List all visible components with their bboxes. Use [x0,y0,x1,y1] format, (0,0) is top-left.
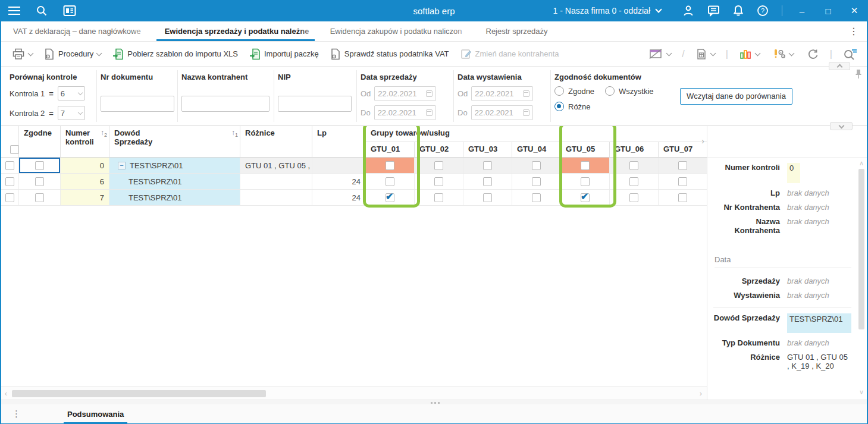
dowod-sprzedazy-cell[interactable]: TEST\SPRZ\01 [109,174,240,189]
gtu-checkbox[interactable] [581,177,590,186]
tab-ewidencja-sprzedazy[interactable]: Ewidencja sprzedaży i podatku należne [153,21,318,41]
pin-icon[interactable] [855,69,862,79]
data-wystawienia-do-input[interactable]: 22.02.2021 [471,105,533,120]
procedury-button[interactable]: Procedury [40,46,105,62]
row-select-cell[interactable] [1,158,19,173]
row-select-checkbox[interactable] [5,161,14,170]
header-zgodne[interactable]: Zgodne [19,126,61,157]
zgodne-checkbox[interactable] [35,161,44,170]
tabs-overflow-menu-icon[interactable]: ⋮ [849,21,867,41]
table-row[interactable]: 6 TEST\SPRZ\01 24 [1,174,707,190]
header-gtu-01[interactable]: GTU_01 [366,142,415,157]
zgodne-cell[interactable] [19,190,61,205]
header-gtu-07[interactable]: GTU_07 [659,142,707,157]
search-filter-button[interactable] [839,46,861,62]
print-button[interactable] [8,46,36,62]
tab-rejestr-sprzedazy[interactable]: Rejestr sprzedaży [474,21,560,41]
kontrola2-select[interactable]: 7 [58,106,85,120]
select-all-checkbox[interactable] [10,145,19,154]
gtu-05-cell[interactable] [561,190,610,205]
gtu-04-cell[interactable] [512,158,561,173]
tab-ewidencja-zakupow[interactable]: Ewidencja zakupów i podatku naliczon [318,21,474,41]
notifications-bell-icon[interactable] [733,5,744,17]
gtu-01-cell[interactable] [366,190,415,205]
gtu-06-cell[interactable] [610,158,659,173]
dowod-sprzedazy-cell[interactable]: − TEST\SPRZ\01 [109,158,240,173]
horizontal-scrollbar[interactable]: ‹ › [1,387,707,400]
gtu-06-cell[interactable] [610,174,659,189]
select-all-cell[interactable] [1,126,19,157]
user-icon[interactable] [682,5,694,17]
gtu-04-cell[interactable] [512,190,561,205]
header-gtu-03[interactable]: GTU_03 [463,142,512,157]
vertical-scrollbar[interactable]: ∧ ∨ [857,159,866,396]
search-icon[interactable] [36,5,48,17]
gtu-checkbox[interactable] [434,193,443,202]
numer-kontroli-cell[interactable]: 6 [61,174,109,189]
refresh-button[interactable] [803,46,823,62]
row-select-checkbox[interactable] [5,177,14,186]
header-gtu-02[interactable]: GTU_02 [415,142,463,157]
chat-icon[interactable] [707,5,720,17]
lp-cell[interactable]: 24 [312,190,366,205]
gtu-checkbox[interactable] [678,161,687,170]
gtu-03-cell[interactable] [463,158,512,173]
header-gtu-06[interactable]: GTU_06 [610,142,659,157]
send-email-button[interactable] [645,46,675,62]
roznice-cell[interactable]: GTU 01 , GTU 05 , K_19 , K_20 [240,158,312,173]
maximize-button[interactable]: □ [822,6,835,16]
gtu-01-cell[interactable] [366,174,415,189]
gtu-03-cell[interactable] [463,174,512,189]
roznice-cell[interactable] [240,174,312,189]
gtu-02-cell[interactable] [415,158,463,173]
gtu-checkbox[interactable] [434,161,443,170]
scrollbar-thumb[interactable] [12,390,266,397]
gtu-checkbox[interactable] [483,161,492,170]
gtu-02-cell[interactable] [415,174,463,189]
header-roznice[interactable]: Różnice [240,126,312,157]
gtu-checkbox[interactable] [629,193,638,202]
table-row[interactable]: 7 TEST\SPRZ\01 24 [1,190,707,206]
gtu-checkbox[interactable] [532,161,541,170]
row-select-checkbox[interactable] [5,193,14,202]
kontrola1-select[interactable]: 6 [58,86,85,100]
header-dowod-sprzedazy[interactable]: DowódSprzedaży ↑1 [109,126,240,157]
news-icon[interactable] [63,5,76,17]
data-sprzedazy-od-input[interactable]: 22.02.2021 [374,86,436,101]
gtu-07-cell[interactable] [659,174,707,189]
zgodne-checkbox[interactable] [35,193,44,202]
gtu-checkbox[interactable] [678,193,687,202]
gtu-checkbox[interactable] [434,177,443,186]
row-select-cell[interactable] [1,190,19,205]
scrollbar-thumb[interactable] [858,169,864,329]
radio-wszystkie[interactable]: Wszystkie [605,86,654,96]
dowod-sprzedazy-cell[interactable]: TEST\SPRZ\01 [109,190,240,205]
gtu-05-cell[interactable] [561,158,610,173]
gtu-checkbox[interactable] [581,161,590,170]
gtu-checkbox[interactable] [581,193,590,202]
load-comparison-button[interactable]: Wczytaj dane do porównania [680,88,792,105]
tab-vat-z-deklaracja[interactable]: VAT z deklaracją – dane nagłówkowe [1,21,153,41]
gtu-01-cell[interactable] [366,158,415,173]
gtu-checkbox[interactable] [629,161,638,170]
gtu-03-cell[interactable] [463,190,512,205]
tab-podsumowania[interactable]: Podsumowania [66,405,125,423]
gtu-02-cell[interactable] [415,190,463,205]
lp-cell[interactable]: 24 [312,174,366,189]
data-sprzedazy-do-input[interactable]: 22.02.2021 [374,105,436,120]
radio-rozne[interactable]: Różne [554,102,662,111]
roznice-cell[interactable] [240,190,312,205]
collapse-row-icon[interactable]: − [118,162,126,169]
numer-kontroli-cell[interactable]: 0 [61,158,109,173]
gtu-06-cell[interactable] [610,190,659,205]
header-gtu-04[interactable]: GTU_04 [512,142,561,157]
gtu-checkbox[interactable] [678,177,687,186]
gtu-checkbox[interactable] [483,193,492,202]
scroll-right-arrow[interactable]: › [696,389,706,398]
gtu-07-cell[interactable] [659,158,707,173]
company-selector[interactable]: 1 - Nasza firma 0 - oddział [553,6,661,15]
gtu-checkbox[interactable] [386,161,394,170]
gtu-checkbox[interactable] [532,177,541,186]
hamburger-menu-icon[interactable] [8,7,20,15]
operations-button[interactable] [769,46,797,62]
